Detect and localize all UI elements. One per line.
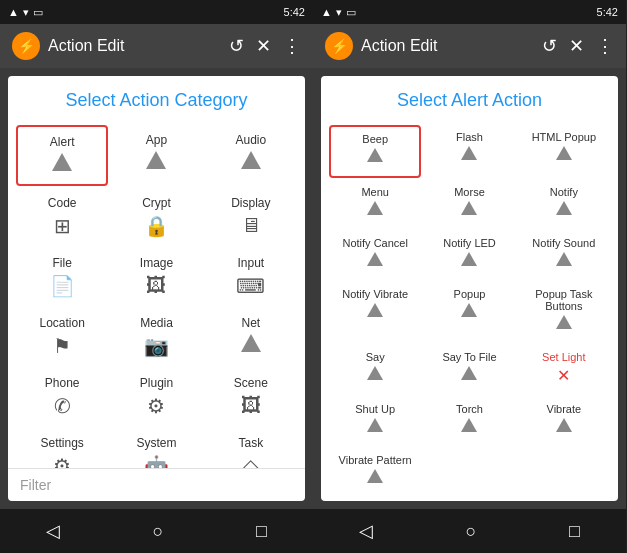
category-item-scene[interactable]: Scene 🖼 <box>205 368 297 426</box>
left-action-bar-actions[interactable]: ↺ ✕ ⋮ <box>229 35 301 57</box>
category-icon-system: 🤖 <box>144 454 169 468</box>
category-label-crypt: Crypt <box>142 196 171 210</box>
category-item-alert[interactable]: Alert <box>16 125 108 186</box>
category-item-code[interactable]: Code ⊞ <box>16 188 108 246</box>
category-item-media[interactable]: Media 📷 <box>110 308 202 366</box>
alert-label-menu: Menu <box>361 186 389 198</box>
alert-label-notify-led: Notify LED <box>443 237 496 249</box>
right-refresh-icon[interactable]: ↺ <box>542 35 557 57</box>
right-card: Select Alert Action Beep Flash HTML Popu… <box>321 76 618 501</box>
alert-icon-beep <box>367 148 383 166</box>
alert-label-notify: Notify <box>550 186 578 198</box>
alert-item-morse[interactable]: Morse <box>423 180 515 229</box>
category-label-app: App <box>146 133 167 147</box>
category-item-app[interactable]: App <box>110 125 202 186</box>
alert-item-notify-led[interactable]: Notify LED <box>423 231 515 280</box>
left-card: Select Action Category Alert App Audio <box>8 76 305 501</box>
category-icon-file: 📄 <box>50 274 75 298</box>
left-home-button[interactable]: ○ <box>145 513 172 550</box>
alert-item-set-light[interactable]: Set Light ✕ <box>518 345 610 395</box>
alert-label-notify-vibrate: Notify Vibrate <box>342 288 408 300</box>
category-item-input[interactable]: Input ⌨ <box>205 248 297 306</box>
category-item-task[interactable]: Task ◇ <box>205 428 297 468</box>
alert-item-shut-up[interactable]: Shut Up <box>329 397 421 446</box>
alert-item-notify-sound[interactable]: Notify Sound <box>518 231 610 280</box>
alert-item-say-to-file[interactable]: Say To File <box>423 345 515 395</box>
category-label-code: Code <box>48 196 77 210</box>
category-label-input: Input <box>237 256 264 270</box>
alert-item-notify-vibrate[interactable]: Notify Vibrate <box>329 282 421 343</box>
category-item-crypt[interactable]: Crypt 🔒 <box>110 188 202 246</box>
category-icon-media: 📷 <box>144 334 169 358</box>
alert-item-notify-cancel[interactable]: Notify Cancel <box>329 231 421 280</box>
alert-label-html-popup: HTML Popup <box>532 131 596 143</box>
left-time: 5:42 <box>284 6 305 18</box>
alert-item-torch[interactable]: Torch <box>423 397 515 446</box>
category-icon-app <box>146 151 166 174</box>
category-icon-crypt: 🔒 <box>144 214 169 238</box>
alert-item-say[interactable]: Say <box>329 345 421 395</box>
category-item-location[interactable]: Location ⚑ <box>16 308 108 366</box>
alert-label-say: Say <box>366 351 385 363</box>
alert-label-vibrate: Vibrate <box>547 403 582 415</box>
alert-icon-say <box>367 366 383 384</box>
category-label-audio: Audio <box>235 133 266 147</box>
category-item-file[interactable]: File 📄 <box>16 248 108 306</box>
alert-icon-vibrate-pattern <box>367 469 383 487</box>
alert-item-flash[interactable]: Flash <box>423 125 515 178</box>
category-item-settings[interactable]: Settings ⚙ <box>16 428 108 468</box>
alert-item-menu[interactable]: Menu <box>329 180 421 229</box>
left-status-bar: ▲ ▾ ▭ 5:42 <box>0 0 313 24</box>
right-home-button[interactable]: ○ <box>458 513 485 550</box>
category-label-image: Image <box>140 256 173 270</box>
right-wifi-icon: ▾ <box>336 6 342 19</box>
alert-label-popup-task-buttons: Popup Task Buttons <box>520 288 608 312</box>
right-action-bar-title: Action Edit <box>361 37 534 55</box>
left-close-icon[interactable]: ✕ <box>256 35 271 57</box>
alert-item-vibrate-pattern[interactable]: Vibrate Pattern <box>329 448 421 497</box>
right-more-icon[interactable]: ⋮ <box>596 35 614 57</box>
alert-icon-say-to-file <box>461 366 477 384</box>
alert-icon-set-light: ✕ <box>557 366 570 385</box>
left-wifi-icon: ▾ <box>23 6 29 19</box>
alert-item-notify[interactable]: Notify <box>518 180 610 229</box>
left-recent-button[interactable]: □ <box>248 513 275 550</box>
right-action-bar-actions[interactable]: ↺ ✕ ⋮ <box>542 35 614 57</box>
left-back-button[interactable]: ◁ <box>38 512 68 550</box>
alert-icon-notify-vibrate <box>367 303 383 321</box>
alert-item-popup[interactable]: Popup <box>423 282 515 343</box>
category-icon-phone: ✆ <box>54 394 71 418</box>
alert-icon-notify-cancel <box>367 252 383 270</box>
alert-icon-vibrate <box>556 418 572 436</box>
right-action-bar: ⚡ Action Edit ↺ ✕ ⋮ <box>313 24 626 68</box>
category-grid: Alert App Audio Code ⊞ <box>8 121 305 468</box>
category-item-plugin[interactable]: Plugin ⚙ <box>110 368 202 426</box>
category-label-phone: Phone <box>45 376 80 390</box>
alert-item-beep[interactable]: Beep <box>329 125 421 178</box>
left-battery-icon: ▭ <box>33 6 43 19</box>
left-refresh-icon[interactable]: ↺ <box>229 35 244 57</box>
category-item-display[interactable]: Display 🖥 <box>205 188 297 246</box>
alert-icon-notify-led <box>461 252 477 270</box>
alert-item-popup-task-buttons[interactable]: Popup Task Buttons <box>518 282 610 343</box>
right-back-button[interactable]: ◁ <box>351 512 381 550</box>
alert-item-html-popup[interactable]: HTML Popup <box>518 125 610 178</box>
category-item-system[interactable]: System 🤖 <box>110 428 202 468</box>
right-status-bar: ▲ ▾ ▭ 5:42 <box>313 0 626 24</box>
left-more-icon[interactable]: ⋮ <box>283 35 301 57</box>
right-close-icon[interactable]: ✕ <box>569 35 584 57</box>
category-item-image[interactable]: Image 🖼 <box>110 248 202 306</box>
left-signal-icon: ▲ <box>8 6 19 18</box>
category-icon-display: 🖥 <box>241 214 261 237</box>
category-icon-plugin: ⚙ <box>147 394 165 418</box>
alert-item-vibrate[interactable]: Vibrate <box>518 397 610 446</box>
category-item-phone[interactable]: Phone ✆ <box>16 368 108 426</box>
category-item-audio[interactable]: Audio <box>205 125 297 186</box>
right-card-title: Select Alert Action <box>321 76 618 121</box>
category-item-net[interactable]: Net <box>205 308 297 366</box>
alert-label-flash: Flash <box>456 131 483 143</box>
category-label-net: Net <box>241 316 260 330</box>
alert-label-beep: Beep <box>362 133 388 145</box>
alert-label-torch: Torch <box>456 403 483 415</box>
right-recent-button[interactable]: □ <box>561 513 588 550</box>
